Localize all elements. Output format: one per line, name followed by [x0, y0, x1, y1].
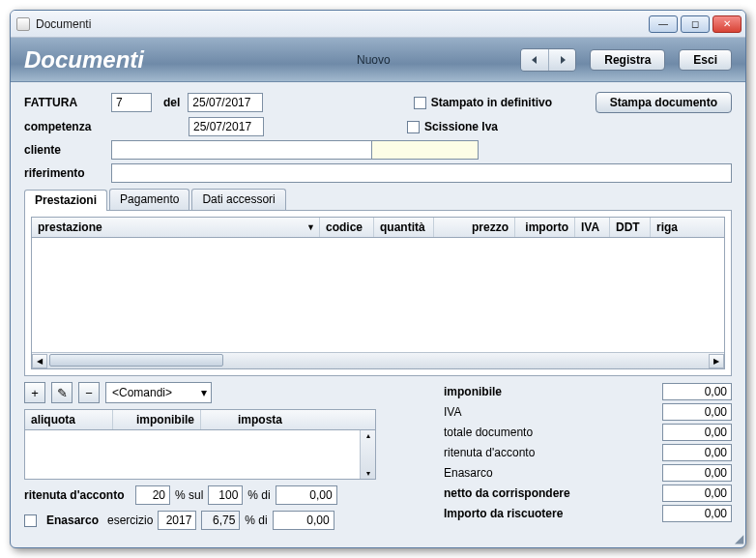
tot-enasarco-value: 0,00	[662, 464, 732, 482]
ritenuta-amount-input[interactable]	[276, 485, 337, 505]
lower-section: + ✎ − <Comandi> ▾ aliquota imponibile im…	[11, 376, 745, 540]
app-icon	[16, 17, 30, 31]
banner: Documenti Nuovo Registra Esci	[11, 38, 745, 82]
tot-doc-label: totale documento	[442, 426, 662, 439]
ritenuta-base-input[interactable]	[208, 485, 243, 505]
tot-iva-value: 0,00	[662, 403, 732, 421]
enasarco-checkbox[interactable]	[24, 514, 37, 527]
enasarco-pct-di-label: % di	[245, 514, 267, 527]
pct-sul-label: % sul	[175, 488, 203, 502]
edit-row-button[interactable]: ✎	[51, 382, 73, 403]
registra-button[interactable]: Registra	[590, 49, 665, 71]
tabs: Prestazioni Pagamento Dati accessori	[24, 189, 732, 211]
tot-doc-value: 0,00	[662, 424, 732, 441]
banner-title: Documenti	[24, 46, 343, 73]
chevron-down-icon: ▾	[201, 386, 207, 399]
prestazioni-grid[interactable]: prestazione ▼ codice quantità prezzo imp…	[31, 217, 725, 369]
comandi-combo[interactable]: <Comandi> ▾	[105, 382, 212, 403]
grid-body[interactable]	[32, 238, 724, 352]
col-prezzo[interactable]: prezzo	[434, 218, 515, 237]
add-row-button[interactable]: +	[24, 382, 45, 403]
tot-riscuotere-value: 0,00	[662, 505, 732, 522]
tot-enasarco-label: Enasarco	[442, 466, 662, 480]
tab-dati-accessori[interactable]: Dati accessori	[191, 189, 285, 210]
tot-iva-label: IVA	[442, 405, 662, 419]
close-button[interactable]: ✕	[712, 15, 741, 33]
tot-netto-value: 0,00	[662, 485, 732, 502]
record-status: Nuovo	[357, 53, 391, 67]
col-ddt[interactable]: DDT	[610, 218, 651, 237]
form-area: FATTURA del Stampato in definitivo Stamp…	[11, 82, 745, 183]
prev-record-button[interactable]	[521, 49, 548, 71]
col-aliquota[interactable]: aliquota	[25, 410, 113, 429]
stampato-checkbox[interactable]	[414, 97, 426, 109]
tot-riscuotere-label: Importo da riscuotere	[442, 507, 662, 520]
col-codice[interactable]: codice	[320, 218, 374, 237]
v-scrollbar[interactable]: ▴▾	[360, 430, 375, 479]
minimize-button[interactable]: —	[649, 15, 678, 33]
col-importo[interactable]: importo	[515, 218, 575, 237]
tot-netto-label: netto da corrispondere	[442, 486, 662, 500]
tot-imponibile-value: 0,00	[662, 383, 732, 400]
tot-ritenuta-value: 0,00	[662, 444, 732, 461]
tab-prestazioni[interactable]: Prestazioni	[24, 190, 107, 211]
grid-header: prestazione ▼ codice quantità prezzo imp…	[32, 218, 724, 238]
nav-pair	[520, 48, 576, 72]
stampa-documento-button[interactable]: Stampa documento	[596, 92, 732, 113]
resize-grip-icon[interactable]: ◢	[735, 532, 743, 545]
riferimento-label: riferimento	[24, 166, 111, 180]
enasarco-amount-input[interactable]	[273, 511, 334, 530]
scroll-thumb[interactable]	[49, 354, 223, 367]
doc-number-input[interactable]	[111, 93, 152, 112]
esercizio-label: esercizio	[107, 514, 153, 527]
document-window: Documenti — ◻ ✕ Documenti Nuovo Registra…	[10, 10, 746, 548]
h-scrollbar[interactable]: ◀ ▶	[32, 352, 724, 368]
enasarco-rate	[201, 511, 240, 530]
esci-button[interactable]: Esci	[679, 49, 732, 71]
titlebar: Documenti — ◻ ✕	[11, 11, 745, 38]
svg-marker-0	[532, 56, 537, 64]
comandi-label: <Comandi>	[112, 386, 172, 399]
scissione-checkbox[interactable]	[407, 121, 420, 133]
next-record-button[interactable]	[548, 49, 575, 71]
scroll-right-icon[interactable]: ▶	[709, 354, 724, 368]
stampato-label: Stampato in definitivo	[431, 96, 596, 109]
maximize-button[interactable]: ◻	[681, 15, 710, 33]
col-quantita[interactable]: quantità	[374, 218, 434, 237]
col-imposta[interactable]: imposta	[201, 410, 288, 429]
pct-di-label: % di	[247, 488, 270, 502]
enasarco-label: Enasarco	[46, 514, 102, 527]
dropdown-icon: ▼	[306, 222, 315, 232]
iva-grid[interactable]: aliquota imponibile imposta ▴▾	[24, 409, 376, 480]
window-title: Documenti	[36, 17, 649, 31]
delete-row-button[interactable]: −	[78, 382, 100, 403]
competenza-input[interactable]	[189, 117, 264, 136]
col-riga[interactable]: riga	[651, 218, 724, 237]
doc-date-input[interactable]	[188, 93, 263, 112]
tab-panel: prestazione ▼ codice quantità prezzo imp…	[24, 211, 732, 376]
col-prestazione[interactable]: prestazione ▼	[32, 218, 320, 237]
col-imponibile[interactable]: imponibile	[113, 410, 201, 429]
esercizio-input[interactable]	[158, 511, 196, 530]
tab-pagamento[interactable]: Pagamento	[109, 189, 189, 210]
competenza-label: competenza	[24, 120, 111, 133]
scroll-left-icon[interactable]: ◀	[32, 354, 47, 368]
svg-marker-1	[561, 56, 566, 64]
tot-imponibile-label: imponibile	[442, 385, 662, 398]
scroll-track[interactable]	[47, 354, 709, 368]
scissione-label: Scissione Iva	[424, 120, 589, 133]
col-iva[interactable]: IVA	[575, 218, 610, 237]
totals: imponibile 0,00 IVA 0,00 totale document…	[442, 382, 732, 524]
tot-ritenuta-label: ritenuta d'acconto	[442, 446, 662, 459]
riferimento-input[interactable]	[111, 163, 732, 183]
ritenuta-label: ritenuta d'acconto	[24, 488, 131, 502]
del-label: del	[163, 96, 180, 109]
cliente-label: cliente	[24, 143, 111, 157]
cliente-code-input[interactable]	[372, 140, 479, 160]
doc-type-label: FATTURA	[24, 96, 111, 109]
iva-grid-body[interactable]: ▴▾	[25, 430, 375, 479]
cliente-input[interactable]	[111, 140, 372, 160]
ritenuta-pct-input[interactable]	[135, 485, 170, 505]
